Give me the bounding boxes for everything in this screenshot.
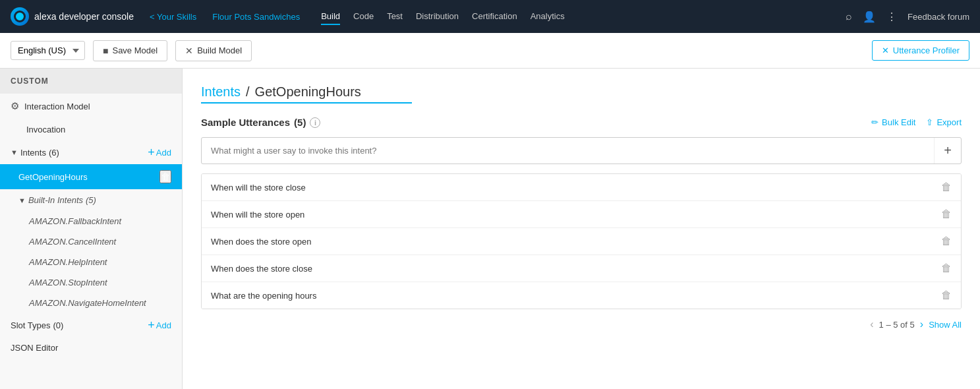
feedback-link[interactable]: Feedback forum [908,12,969,22]
sidebar-help-intent[interactable]: AMAZON.HelpIntent [0,252,182,272]
add-intent-label[interactable]: Add [156,148,171,158]
utterance-profiler-label: Utterance Profiler [893,45,960,55]
utterance-text: When will the store close [211,183,306,193]
bulk-edit-button[interactable]: ✏ Bulk Edit [871,117,915,127]
delete-utterance-1-button[interactable]: 🗑 [941,208,952,220]
sidebar-json-editor[interactable]: JSON Editor [0,337,182,359]
pagination-prev-button[interactable]: ‹ [870,318,873,330]
your-skills-link[interactable]: < Your Skills [150,12,196,22]
breadcrumb-separator: / [246,84,250,100]
toolbar-right: ✕ Utterance Profiler [872,40,969,61]
nav-distribution[interactable]: Distribution [416,9,459,25]
utterance-text: When does the store open [211,237,312,247]
sidebar-built-in-group[interactable]: ▼ Built-In Intents (5) [0,189,182,211]
utterance-item: What are the opening hours 🗑 [202,282,961,309]
utterance-count: (5) [294,117,306,128]
build-icon: ✕ [185,45,193,56]
utterance-item: When will the store close 🗑 [202,174,961,201]
main-layout: CUSTOM ⚙ Interaction Model Invocation ▼ … [0,69,980,389]
sidebar-slot-types[interactable]: Slot Types (0) + Add [0,313,182,337]
breadcrumb: Intents / GetOpeningHours [201,84,962,100]
delete-utterance-0-button[interactable]: 🗑 [941,181,952,193]
sidebar: CUSTOM ⚙ Interaction Model Invocation ▼ … [0,69,183,389]
sidebar-custom-header: CUSTOM [0,69,182,94]
intents-arrow-icon: ▼ [11,148,18,156]
skill-name-link[interactable]: Flour Pots Sandwiches [212,12,300,22]
show-all-link[interactable]: Show All [929,320,962,330]
breadcrumb-intents-link[interactable]: Intents [201,84,241,100]
pagination-text: 1 – 5 of 5 [879,320,915,330]
utterance-input[interactable] [202,139,934,162]
pagination: ‹ 1 – 5 of 5 › Show All [201,318,962,330]
intents-label: Intents [20,148,46,158]
top-nav-right: ⌕ 👤 ⋮ Feedback forum [846,11,969,23]
section-title-text: Sample Utterances [201,117,290,128]
bulk-edit-label: Bulk Edit [882,117,915,127]
utterance-text: When will the store open [211,210,304,220]
search-icon[interactable]: ⌕ [846,11,852,22]
nav-test[interactable]: Test [387,9,403,25]
language-select[interactable]: English (US) [11,41,85,60]
utterance-profiler-icon: ✕ [882,45,889,55]
build-model-button[interactable]: ✕ Build Model [175,40,252,61]
save-model-label: Save Model [112,45,158,55]
sidebar-navigate-home-intent[interactable]: AMAZON.NavigateHomeIntent [0,293,182,313]
build-model-label: Build Model [197,45,242,55]
nav-links: Build Code Test Distribution Certificati… [321,9,565,25]
section-actions: ✏ Bulk Edit ⇧ Export [871,117,962,127]
delete-utterance-4-button[interactable]: 🗑 [941,289,952,301]
add-slot-plus-button[interactable]: + [148,319,155,331]
sidebar-fallback-intent[interactable]: AMAZON.FallbackIntent [0,211,182,231]
toolbar: English (US) ■ Save Model ✕ Build Model … [0,33,980,69]
save-model-button[interactable]: ■ Save Model [93,40,167,61]
built-in-count: (5) [86,195,96,205]
gear-icon: ⚙ [11,100,19,112]
breadcrumb-current-intent: GetOpeningHours [255,84,361,100]
add-intent-plus-button[interactable]: + [148,146,155,158]
nav-certification[interactable]: Certification [472,9,517,25]
section-header: Sample Utterances (5) i ✏ Bulk Edit ⇧ Ex… [201,117,962,128]
built-in-arrow-icon: ▼ [18,196,26,204]
app-logo: alexa developer console [11,7,134,26]
save-icon: ■ [103,45,108,56]
user-icon[interactable]: 👤 [863,11,876,23]
export-button[interactable]: ⇧ Export [926,117,962,127]
json-editor-label: JSON Editor [11,343,58,353]
app-title: alexa developer console [34,11,134,22]
slot-types-label: Slot Types [11,320,50,330]
utterance-text: When does the store close [211,264,312,274]
content-area: Intents / GetOpeningHours Sample Utteran… [183,69,980,389]
nav-code[interactable]: Code [353,9,374,25]
utterance-input-row: + [201,137,962,164]
utterance-profiler-button[interactable]: ✕ Utterance Profiler [872,40,969,61]
top-nav: alexa developer console < Your Skills Fl… [0,0,980,33]
pagination-next-button[interactable]: › [920,318,923,330]
active-intent-name: GetOpeningHours [18,172,159,182]
delete-utterance-2-button[interactable]: 🗑 [941,235,952,247]
section-title: Sample Utterances (5) i [201,117,320,128]
interaction-model-label: Interaction Model [24,102,90,111]
utterance-text: What are the opening hours [211,291,316,301]
nav-analytics[interactable]: Analytics [531,9,565,25]
sidebar-interaction-model[interactable]: ⚙ Interaction Model [0,94,182,119]
utterance-item: When does the store open 🗑 [202,228,961,255]
delete-utterance-3-button[interactable]: 🗑 [941,262,952,274]
utterance-item: When will the store open 🗑 [202,201,961,228]
sidebar-cancel-intent[interactable]: AMAZON.CancelIntent [0,231,182,252]
sidebar-invocation[interactable]: Invocation [0,119,182,140]
add-slot-label[interactable]: Add [156,320,171,330]
export-icon: ⇧ [926,117,933,127]
sidebar-stop-intent[interactable]: AMAZON.StopIntent [0,272,182,293]
export-label: Export [937,117,962,127]
sidebar-intent-get-opening-hours[interactable]: GetOpeningHours 🗑 [0,164,182,189]
invocation-label: Invocation [26,125,65,135]
sidebar-intents-group[interactable]: ▼ Intents (6) + Add [0,140,182,164]
info-icon[interactable]: i [310,117,320,128]
intents-count: (6) [49,148,59,158]
more-icon[interactable]: ⋮ [886,11,897,23]
nav-build[interactable]: Build [321,9,340,25]
breadcrumb-underline [201,102,412,104]
utterance-add-button[interactable]: + [934,138,961,164]
delete-intent-button[interactable]: 🗑 [159,170,171,183]
built-in-label: Built-In Intents [28,195,83,205]
